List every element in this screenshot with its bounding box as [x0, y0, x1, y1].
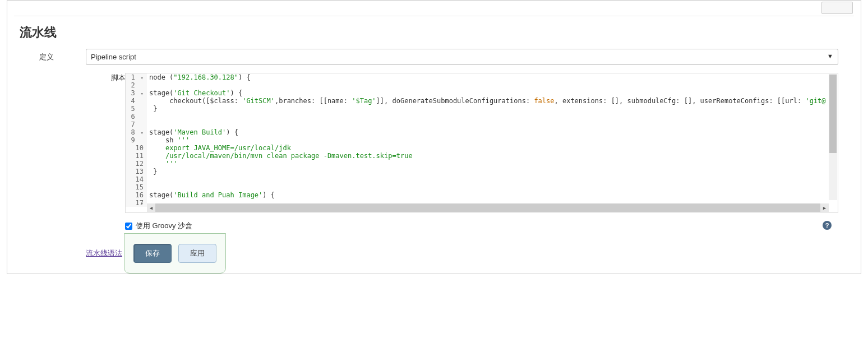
definition-select[interactable]: Pipeline script — [86, 49, 838, 65]
config-panel: 流水线 定义 Pipeline script 脚本 ? 1 ▾2 3 ▾4 5 … — [7, 0, 861, 274]
definition-select-value: Pipeline script — [91, 53, 136, 61]
script-editor[interactable]: 1 ▾2 3 ▾4 5 6 7 8 ▾9 10 11 12 13 14 15 1… — [125, 73, 838, 213]
apply-button[interactable]: 应用 — [178, 244, 216, 263]
save-button[interactable]: 保存 — [133, 244, 172, 263]
scrollbar-vertical[interactable] — [829, 74, 837, 200]
help-icon[interactable]: ? — [823, 221, 832, 230]
scrollbar-vertical-thumb[interactable] — [829, 75, 837, 153]
sandbox-checkbox[interactable] — [125, 223, 132, 230]
sandbox-label: 使用 Groovy 沙盒 — [136, 221, 192, 231]
scroll-right-icon[interactable]: ▶ — [820, 203, 829, 212]
top-right-button[interactable] — [821, 2, 853, 14]
editor-body[interactable]: node ("192.168.30.128") { stage('Git Che… — [147, 73, 838, 207]
pipeline-syntax-link[interactable]: 流水线语法 — [86, 248, 122, 258]
section-title: 流水线 — [7, 16, 861, 47]
top-divider — [14, 1, 854, 16]
definition-row: 定义 Pipeline script 脚本 ? 1 ▾2 3 ▾4 5 6 7 … — [7, 47, 861, 233]
scroll-left-icon[interactable]: ◀ — [147, 203, 155, 212]
button-bar: 保存 应用 — [124, 233, 226, 274]
definition-label: 定义 — [7, 49, 86, 62]
scrollbar-horizontal-track[interactable] — [155, 203, 820, 212]
editor-gutter: 1 ▾2 3 ▾4 5 6 7 8 ▾9 10 11 12 13 14 15 1… — [126, 73, 147, 207]
scrollbar-horizontal[interactable]: ◀ ▶ — [147, 203, 829, 212]
sandbox-row: 使用 Groovy 沙盒 ? — [125, 221, 838, 231]
